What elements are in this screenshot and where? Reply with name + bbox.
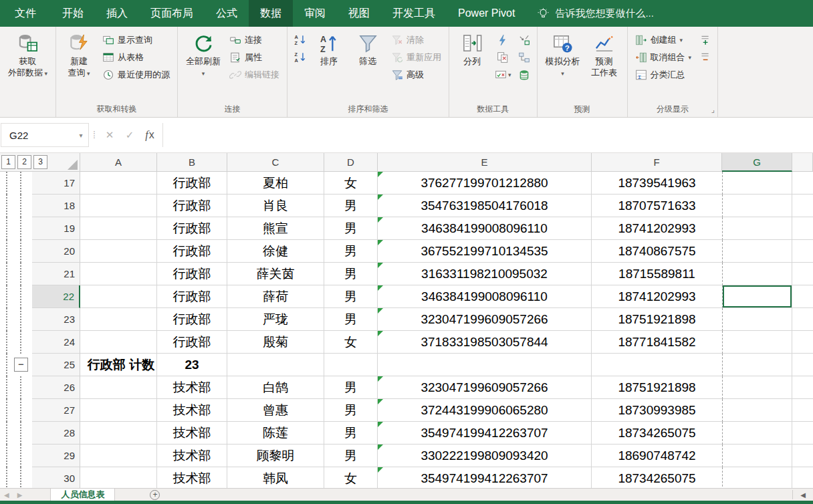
cell-e29[interactable]: 330222199809093420	[378, 445, 592, 467]
sheet-nav-right-icon[interactable]: ▶	[13, 489, 27, 501]
cell-b17[interactable]: 行政部	[157, 172, 227, 195]
cell-c26[interactable]: 白鹄	[227, 376, 324, 399]
cell-d26[interactable]: 男	[324, 376, 378, 399]
cell-a23[interactable]	[80, 308, 157, 331]
select-all-corner[interactable]: 123	[0, 153, 80, 172]
tab-file[interactable]: 文件	[0, 0, 51, 27]
cell-g27[interactable]	[722, 399, 792, 422]
sort-ascending-button[interactable]: AZ	[292, 31, 308, 49]
hscroll-left-icon[interactable]: ◀	[793, 489, 813, 501]
cell-b27[interactable]: 技术部	[157, 399, 227, 422]
cell-c19[interactable]: 熊宣	[227, 217, 324, 240]
remove-duplicates-button[interactable]	[493, 49, 513, 66]
cell-e26[interactable]: 323047199609057266	[378, 376, 592, 399]
cell-c25[interactable]	[227, 354, 324, 376]
cell-a24[interactable]	[80, 331, 157, 354]
tab-insert[interactable]: 插入	[95, 0, 139, 27]
column-header-d[interactable]: D	[324, 153, 378, 172]
name-box[interactable]: G22 ▾	[1, 123, 89, 147]
row-header-23[interactable]: 23	[32, 308, 80, 331]
formula-input[interactable]	[162, 123, 813, 147]
cell-b29[interactable]: 技术部	[157, 445, 227, 467]
cell-d18[interactable]: 男	[324, 195, 378, 217]
column-header-b[interactable]: B	[157, 153, 227, 172]
cell-e20[interactable]: 367552199710134535	[378, 240, 592, 263]
connections-button[interactable]: 连接	[227, 31, 282, 49]
ungroup-button[interactable]: 取消组合▾	[632, 49, 695, 66]
cell-d19[interactable]: 男	[324, 217, 378, 240]
cell-a30[interactable]	[80, 467, 157, 488]
relationships-button[interactable]	[516, 49, 532, 66]
cell-c17[interactable]: 夏柏	[227, 172, 324, 195]
cell-g26[interactable]	[722, 376, 792, 399]
cell-b25[interactable]: 23	[157, 354, 227, 376]
cell-b19[interactable]: 行政部	[157, 217, 227, 240]
cell-e23[interactable]: 323047199609057266	[378, 308, 592, 331]
data-validation-button[interactable]: ▾	[493, 66, 513, 84]
cell-e28[interactable]: 354974199412263707	[378, 422, 592, 445]
row-header-30[interactable]: 30	[32, 467, 80, 488]
cell-b24[interactable]: 行政部	[157, 331, 227, 354]
cell-e22[interactable]: 346384199008096110	[378, 285, 592, 308]
reapply-filter-button[interactable]: 重新应用	[388, 49, 444, 66]
outline-level-3-button[interactable]: 3	[33, 155, 47, 169]
cell-c28[interactable]: 陈莲	[227, 422, 324, 445]
cell-b22[interactable]: 行政部	[157, 285, 227, 308]
cell-f24[interactable]: 18771841582	[592, 331, 722, 354]
row-header-20[interactable]: 20	[32, 240, 80, 263]
cell-f20[interactable]: 18740867575	[592, 240, 722, 263]
cell-d30[interactable]: 女	[324, 467, 378, 488]
column-header-f[interactable]: F	[592, 153, 722, 172]
cell-f17[interactable]: 18739541963	[592, 172, 722, 195]
row-header-22[interactable]: 22	[32, 285, 80, 308]
cell-d17[interactable]: 女	[324, 172, 378, 195]
cell-a27[interactable]	[80, 399, 157, 422]
cell-f22[interactable]: 18741202993	[592, 285, 722, 308]
cell-g29[interactable]	[722, 445, 792, 467]
tab-power-pivot[interactable]: Power Pivot	[447, 0, 526, 27]
cell-a26[interactable]	[80, 376, 157, 399]
cell-f27[interactable]: 18730993985	[592, 399, 722, 422]
formula-bar-splitter[interactable]: ⁞	[89, 130, 100, 140]
row-header-21[interactable]: 21	[32, 263, 80, 285]
cell-e17[interactable]: 376277199701212880	[378, 172, 592, 195]
cell-a18[interactable]	[80, 195, 157, 217]
sheet-nav-left-icon[interactable]: ◀	[0, 489, 13, 501]
cell-d28[interactable]: 男	[324, 422, 378, 445]
cell-g18[interactable]	[722, 195, 792, 217]
cell-g21[interactable]	[722, 263, 792, 285]
cell-a21[interactable]	[80, 263, 157, 285]
show-detail-button[interactable]	[697, 31, 713, 49]
cell-g19[interactable]	[722, 217, 792, 240]
hide-detail-button[interactable]	[697, 49, 713, 66]
cell-b30[interactable]: 技术部	[157, 467, 227, 488]
cell-a17[interactable]	[80, 172, 157, 195]
forecast-sheet-button[interactable]: 预测工作表	[586, 29, 622, 103]
cell-g28[interactable]	[722, 422, 792, 445]
cell-d24[interactable]: 女	[324, 331, 378, 354]
group-button[interactable]: 创建组▾	[632, 31, 695, 49]
cell-b20[interactable]: 行政部	[157, 240, 227, 263]
chevron-down-icon[interactable]: ▾	[74, 132, 88, 139]
cell-a20[interactable]	[80, 240, 157, 263]
cell-f26[interactable]: 18751921898	[592, 376, 722, 399]
cell-g20[interactable]	[722, 240, 792, 263]
cell-c24[interactable]: 殷菊	[227, 331, 324, 354]
from-table-button[interactable]: 从表格	[100, 49, 172, 66]
insert-function-icon[interactable]: fx	[140, 123, 160, 147]
row-header-18[interactable]: 18	[32, 195, 80, 217]
clear-filter-button[interactable]: 清除	[388, 31, 444, 49]
cell-g24[interactable]	[722, 331, 792, 354]
row-header-25[interactable]: 25	[32, 354, 80, 376]
cell-a19[interactable]	[80, 217, 157, 240]
cell-d27[interactable]: 男	[324, 399, 378, 422]
tab-data[interactable]: 数据	[249, 0, 293, 27]
row-header-17[interactable]: 17	[32, 172, 80, 195]
outline-level-2-button[interactable]: 2	[17, 155, 31, 169]
cell-a28[interactable]	[80, 422, 157, 445]
cancel-entry-icon[interactable]: ✕	[100, 123, 120, 147]
cell-a22[interactable]	[80, 285, 157, 308]
outline-level-1-button[interactable]: 1	[1, 155, 15, 169]
cell-f25[interactable]	[592, 354, 722, 376]
what-if-analysis-button[interactable]: ?模拟分析▾	[542, 29, 584, 103]
